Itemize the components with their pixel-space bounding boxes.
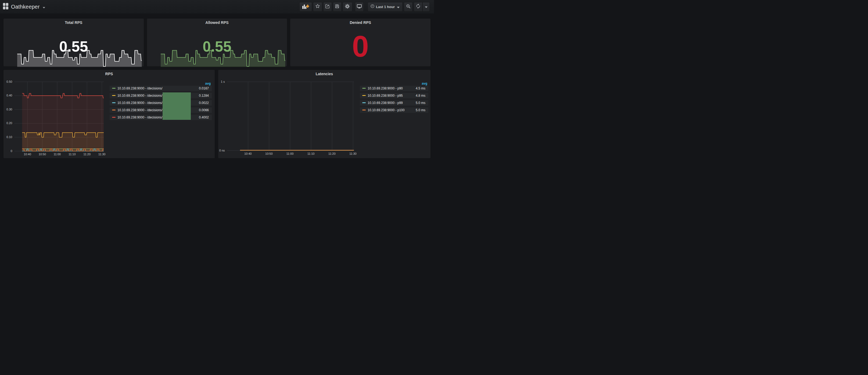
legend-series-dash [362, 95, 366, 96]
legend-row[interactable]: 10.10.69.238:9000 - /decisions/0.0066 [110, 107, 212, 113]
refresh-button[interactable] [414, 2, 423, 11]
share-dashboard-button[interactable] [323, 2, 332, 11]
legend-row[interactable]: 10.10.69.238:9000 - p995.0 ms [360, 100, 428, 105]
x-tick-label: 11:20 [79, 153, 95, 156]
panel-title[interactable]: Total RPS [3, 21, 144, 25]
panel-title[interactable]: Denied RPS [290, 21, 431, 25]
y-tick-label: 0.30 [3, 108, 12, 111]
y-tick-label: 0.50 [3, 80, 12, 83]
legend-avg-value: 5.0 ms [416, 108, 425, 112]
save-icon [335, 4, 340, 10]
legend-series-label[interactable]: 10.10.69.238:9000 - /decisions/ [118, 116, 162, 119]
cycle-view-mode-button[interactable] [355, 2, 364, 11]
x-tick-label: 11:00 [49, 153, 65, 156]
green-overlay-box [163, 92, 191, 120]
legend-series-label[interactable]: 10.10.69.238:9000 - /decisions/ [118, 108, 162, 112]
legend-row[interactable]: 10.10.69.238:9000 - /decisions/0.1284 [110, 93, 212, 98]
legend-series-label[interactable]: 10.10.69.238:9000 - /decisions/ [118, 101, 162, 105]
chevron-down-icon [43, 5, 45, 10]
x-tick-label: 11:00 [282, 152, 298, 155]
legend-avg-header[interactable]: avg [360, 82, 427, 86]
legend-series-dash [362, 110, 366, 111]
panel-title[interactable]: Allowed RPS [147, 21, 287, 25]
legend-avg-value: 0.4002 [199, 116, 209, 119]
panel-denied-rps: Denied RPS 0 [290, 18, 431, 67]
y-tick-label: 0 ns [218, 149, 225, 152]
y-tick-label: 0.20 [3, 121, 12, 125]
add-panel-button[interactable] [299, 2, 312, 11]
panel-rps-graph: RPS 00.100.200.300.400.5010:4010:5011:00… [3, 69, 215, 158]
y-tick-label: 1 s [218, 80, 225, 83]
legend-avg-value: 4.5 ms [416, 87, 425, 90]
denied-rps-value: 0 [290, 29, 431, 63]
legend-row[interactable]: 10.10.69.238:9000 - /decisions/0.0022 [110, 100, 212, 105]
legend-row[interactable]: 10.10.69.238:9000 - p1005.0 ms [360, 107, 428, 113]
legend-row[interactable]: 10.10.69.238:9000 - /decisions/0.0167 [110, 86, 212, 91]
y-tick-label: 0.40 [3, 94, 12, 97]
grafana-apps-icon[interactable] [3, 3, 8, 10]
x-tick-label: 10:50 [34, 153, 50, 156]
legend-series-dash [362, 102, 366, 103]
x-tick-label: 10:50 [261, 152, 277, 155]
dashboard-settings-button[interactable] [343, 2, 352, 11]
legend-avg-value: 0.1284 [199, 94, 209, 97]
panel-title[interactable]: Latencies [218, 72, 431, 76]
dashboard-title: Oathkeeper [11, 4, 40, 10]
refresh-button-group [414, 2, 430, 11]
panel-total-rps: Total RPS 0.55 [3, 18, 144, 67]
legend-series-dash [112, 117, 116, 118]
legend-avg-value: 5.0 ms [416, 101, 425, 105]
navbar-toolbar: Last 1 hour [299, 2, 430, 11]
legend-row[interactable]: 10.10.69.238:9000 - p904.5 ms [360, 86, 428, 91]
allowed-rps-value: 0.55 [147, 38, 287, 55]
legend-series-label[interactable]: 10.10.69.238:9000 - p100 [368, 108, 404, 112]
x-tick-label: 10:40 [19, 153, 35, 156]
legend-series-label[interactable]: 10.10.69.238:9000 - /decisions/ [118, 94, 162, 97]
panel-allowed-rps: Allowed RPS 0.55 [147, 18, 287, 67]
star-dashboard-button[interactable] [313, 2, 322, 11]
y-tick-label: 0.10 [3, 135, 12, 138]
chevron-down-icon [397, 5, 400, 9]
tv-monitor-icon [356, 3, 362, 10]
legend-series-dash [112, 95, 116, 96]
legend-series-label[interactable]: 10.10.69.238:9000 - p95 [368, 94, 403, 97]
legend-avg-value: 0.0022 [199, 101, 209, 105]
legend-series-dash [112, 88, 116, 89]
time-range-label: Last 1 hour [376, 5, 395, 9]
dashboard-title-dropdown[interactable]: Oathkeeper [11, 4, 45, 10]
legend-avg-header[interactable]: avg [110, 82, 211, 86]
legend-avg-value: 0.0167 [199, 87, 209, 90]
add-panel-icon [302, 4, 309, 10]
panel-title[interactable]: RPS [3, 72, 215, 76]
legend-row[interactable]: 10.10.69.238:9000 - p954.8 ms [360, 93, 428, 98]
x-tick-label: 11:30 [94, 153, 110, 156]
x-tick-label: 10:40 [240, 152, 256, 155]
y-tick-label: 0 [3, 149, 12, 153]
clock-icon [371, 4, 374, 9]
legend-avg-value: 4.8 ms [416, 94, 425, 97]
legend-series-label[interactable]: 10.10.69.238:9000 - p90 [368, 87, 403, 90]
x-tick-label: 11:10 [303, 152, 319, 155]
legend-series-dash [362, 88, 366, 89]
legend-avg-value: 0.0066 [199, 108, 209, 112]
legend-series-label[interactable]: 10.10.69.238:9000 - /decisions/ [118, 87, 162, 90]
refresh-interval-button[interactable] [423, 2, 430, 11]
x-tick-label: 11:20 [324, 152, 340, 155]
time-picker-button[interactable]: Last 1 hour [368, 2, 403, 11]
gear-icon [344, 3, 350, 10]
x-tick-label: 11:10 [64, 153, 80, 156]
x-tick-label: 11:30 [345, 152, 361, 155]
save-dashboard-button[interactable] [333, 2, 342, 11]
zoom-out-button[interactable] [404, 2, 412, 11]
star-icon [315, 3, 320, 10]
legend-series-label[interactable]: 10.10.69.238:9000 - p99 [368, 101, 403, 105]
navbar: Oathkeeper [0, 0, 434, 13]
legend-series-dash [112, 110, 116, 111]
refresh-icon [415, 3, 421, 10]
share-icon [325, 4, 330, 10]
search-minus-icon [406, 4, 411, 10]
panel-latencies-graph: Latencies 0 ns1 s10:4010:5011:0011:1011:… [218, 69, 431, 158]
total-rps-value: 0.55 [3, 38, 144, 55]
legend-series-dash [112, 102, 116, 103]
legend-row[interactable]: 10.10.69.238:9000 - /decisions/0.4002 [110, 115, 212, 120]
